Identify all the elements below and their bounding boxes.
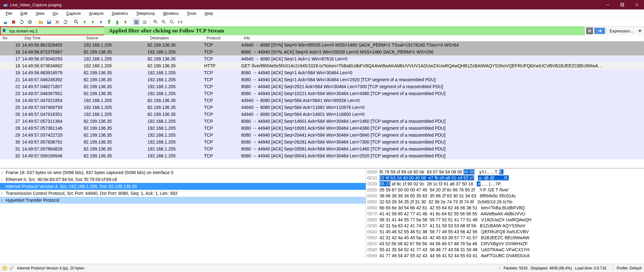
hex-row[interactable]: 0060 6b 65 6e 3d 54 6b 42 61 42 55 64 62…	[367, 205, 643, 211]
packet-row[interactable]: 2714:49:57.05731136482.199.136.35192.168…	[0, 118, 644, 125]
svg-rect-17	[135, 22, 138, 23]
detail-tree-item[interactable]: ›Internet Protocol Version 4, Src: 192.1…	[0, 183, 366, 190]
apply-filter-button[interactable]	[594, 28, 605, 34]
go-first-icon[interactable]	[106, 19, 113, 26]
hex-row[interactable]: 0090 42 31 5a 63 42 41 74 57 41 51 59 53…	[367, 223, 643, 229]
column-protocol[interactable]: Protocol	[204, 35, 241, 41]
hex-dump-pane[interactable]: 0000 f0 79 59 cf 69 c8 90 0e 83 07 94 54…	[366, 168, 644, 258]
packet-row[interactable]: 1914:49:56.88391857982.199.136.35192.168…	[0, 69, 644, 76]
menu-wireless[interactable]: Wireless	[159, 10, 183, 16]
packet-row[interactable]: 2114:49:57.04624539282.199.136.35192.168…	[0, 76, 644, 83]
add-filter-button[interactable]: +	[637, 27, 643, 34]
toolbar-separator	[150, 19, 150, 25]
menu-help[interactable]: Help	[201, 10, 217, 16]
go-forward-icon[interactable]	[89, 19, 96, 26]
reload-file-icon[interactable]	[62, 19, 69, 26]
detail-tree-item[interactable]: ›Frame 18: 637 bytes on wire (5096 bits)…	[0, 169, 366, 176]
menu-view[interactable]: View	[32, 10, 48, 16]
menu-go[interactable]: Go	[49, 10, 62, 16]
packet-row[interactable]: 1714:49:56.873040293192.168.1.20582.199.…	[0, 55, 644, 62]
go-last-icon[interactable]	[114, 19, 121, 26]
hex-row[interactable]: 0070 41 41 56 65 42 77 41 4b 41 6c 64 62…	[367, 211, 643, 217]
app-title: Live_Video_Capture.pcapng	[10, 3, 62, 7]
column-source[interactable]: Source	[84, 35, 147, 41]
column-destination[interactable]: Destination	[147, 35, 204, 41]
packet-list[interactable]: 1514:49:56.861928455192.168.1.20582.199.…	[0, 42, 644, 168]
close-file-icon[interactable]	[54, 19, 61, 26]
svg-point-12	[75, 20, 77, 23]
packet-row[interactable]: 1514:49:56.861928455192.168.1.20582.199.…	[0, 42, 644, 48]
restart-capture-icon[interactable]	[18, 19, 25, 26]
packet-row[interactable]: 2314:49:57.04636795182.199.136.35192.168…	[0, 90, 644, 97]
auto-scroll-icon[interactable]	[122, 19, 129, 26]
start-capture-icon[interactable]	[2, 19, 9, 26]
expert-info-led[interactable]	[3, 266, 7, 270]
hex-row[interactable]: 0050 32 63 39 34 35 2f 31 30 32 36 2e 74…	[367, 199, 643, 205]
hex-row[interactable]: 00c0 43 52 56 58 42 67 56 56 44 56 49 57…	[367, 241, 643, 247]
packet-row[interactable]: 2214:49:57.04627180782.199.136.35192.168…	[0, 83, 644, 90]
packet-row[interactable]: 3014:49:57.05783879182.199.136.35192.168…	[0, 139, 644, 145]
packet-row[interactable]: 2914:49:57.05742272082.199.136.35192.168…	[0, 132, 644, 139]
display-filter-input[interactable]	[8, 27, 104, 35]
hex-row[interactable]: 0020 88 23 af 8c 1f 90 02 0c 28 1c f3 91…	[367, 181, 643, 187]
zoom-reset-icon[interactable]	[169, 19, 175, 26]
hex-row[interactable]: 0030 05 59 87 50 00 00 47 45 54 20 2f 6c…	[367, 187, 643, 193]
menu-edit[interactable]: Edit	[17, 10, 31, 16]
close-button[interactable]	[630, 0, 644, 9]
zoom-in-icon[interactable]	[152, 19, 159, 26]
maximize-button[interactable]	[615, 0, 630, 9]
packet-row[interactable]: 1614:49:56.87237596782.199.136.35192.168…	[0, 48, 644, 55]
menu-statistics[interactable]: Statistics	[108, 10, 132, 16]
capture-options-icon[interactable]	[26, 19, 33, 26]
packet-row[interactable]: 2814:49:57.05736114682.199.136.35192.168…	[0, 125, 644, 132]
detail-tree-item[interactable]: ›Hypertext Transfer Protocol	[0, 197, 366, 204]
svg-line-30	[172, 22, 174, 24]
hex-row[interactable]: 0080 56 31 41 44 55 77 5a 58 55 77 52 51…	[367, 217, 643, 223]
hex-row[interactable]: 00d0 55 41 35 54 52 41 77 43 56 46 77 43…	[367, 247, 643, 253]
auto-scroll-live-icon[interactable]	[141, 19, 148, 26]
edit-capture-comment-icon[interactable]	[9, 265, 14, 271]
go-to-packet-icon[interactable]	[97, 19, 104, 26]
column-info[interactable]: Info	[241, 35, 644, 41]
colorize-icon[interactable]	[133, 19, 140, 26]
hex-row[interactable]: 00e0 41 77 46 54 47 55 42 43 44 56 41 52…	[367, 253, 643, 258]
menu-capture[interactable]: Capture	[63, 10, 85, 16]
app-icon	[3, 2, 8, 8]
packet-details-pane[interactable]: ›Frame 18: 637 bytes on wire (5096 bits)…	[0, 168, 366, 258]
detail-tree-item[interactable]: ›Ethernet II, Src: 90:0e:83:07:94:54, Ds…	[0, 176, 366, 183]
open-file-icon[interactable]	[37, 19, 44, 26]
packet-list-header: No Day Time Source Destination Protocol …	[0, 35, 644, 42]
packet-row[interactable]: 3114:49:57.05786482682.199.136.35192.168…	[0, 145, 644, 152]
go-back-icon[interactable]	[81, 19, 88, 26]
hex-row[interactable]: 0000 f0 79 59 cf 69 c8 90 0e 83 07 94 54…	[367, 169, 643, 175]
bookmark-icon[interactable]	[1, 27, 8, 35]
save-file-icon[interactable]	[46, 19, 53, 26]
menu-telephony[interactable]: Telephony	[132, 10, 158, 16]
statusbar: Internet Protocol Version 4 (ip), 20 byt…	[0, 264, 644, 272]
menu-file[interactable]: File	[2, 10, 16, 16]
hex-row[interactable]: 0010 02 6f b3 2d 40 00 40 06 e7 fb c0 a8…	[367, 175, 643, 181]
svg-line-13	[77, 22, 78, 24]
hex-row[interactable]: 0040 38 66 36 39 34 65 35 63 35 66 2f 63…	[367, 193, 643, 199]
hex-row[interactable]: 00a0 51 45 46 52 55 46 51 38 58 77 49 55…	[367, 229, 643, 235]
detail-tree-item[interactable]: ›Transmission Control Protocol, Src Port…	[0, 190, 366, 197]
packet-row[interactable]: 3214:49:57.05819994682.199.136.35192.168…	[0, 152, 644, 159]
column-day-time[interactable]: Day Time	[22, 35, 84, 41]
packet-row[interactable]: 2614:49:57.047916351192.168.1.20582.199.…	[0, 111, 644, 118]
packet-row[interactable]: 1814:49:56.873634862192.168.1.20582.199.…	[0, 62, 644, 69]
zoom-out-icon[interactable]	[160, 19, 167, 26]
find-packet-icon[interactable]	[73, 19, 80, 26]
column-no[interactable]: No	[0, 35, 22, 41]
stop-capture-icon[interactable]	[10, 19, 17, 26]
packet-row[interactable]: 2414:49:57.047021854192.168.1.20582.199.…	[0, 97, 644, 104]
packet-row[interactable]: 2514:49:57.047469793192.168.1.20582.199.…	[0, 104, 644, 111]
status-profile[interactable]: Profile: Default	[613, 266, 641, 270]
minimize-button[interactable]	[601, 0, 615, 9]
menu-tools[interactable]: Tools	[183, 10, 200, 16]
toolbar-separator	[71, 19, 71, 25]
menu-analyze[interactable]: Analyze	[85, 10, 107, 16]
expression-button[interactable]: Expression…	[608, 29, 636, 33]
resize-columns-icon[interactable]	[177, 19, 184, 26]
clear-filter-button[interactable]	[586, 27, 593, 34]
hex-row[interactable]: 00b0 42 31 42 4a 45 45 5a 43 42 45 63 39…	[367, 235, 643, 241]
